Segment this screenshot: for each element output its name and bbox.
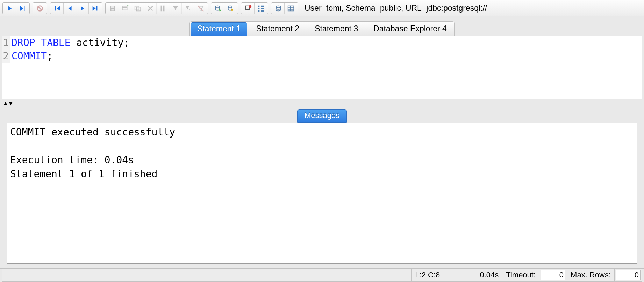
- editor-line[interactable]: 1DROP TABLE activity;: [2, 36, 642, 50]
- editor-line[interactable]: 2COMMIT;: [2, 50, 642, 63]
- svg-rect-6: [111, 6, 114, 8]
- svg-rect-7: [111, 9, 114, 10]
- splitter-handle[interactable]: ▲▼: [0, 99, 644, 108]
- run-group: [2, 2, 30, 14]
- clear-filter-button[interactable]: [194, 3, 207, 14]
- prev-row-button[interactable]: [64, 3, 76, 14]
- table-view-button[interactable]: [285, 3, 297, 14]
- svg-rect-10: [135, 6, 139, 10]
- svg-rect-24: [258, 8, 260, 9]
- nav-group: [50, 2, 102, 14]
- commit-button[interactable]: [212, 3, 224, 14]
- tab-messages[interactable]: Messages: [297, 109, 347, 123]
- timeout-cell: [539, 269, 567, 282]
- next-row-button[interactable]: [76, 3, 89, 14]
- execution-time: 0.04s: [453, 269, 502, 282]
- cancel-group: [33, 2, 47, 14]
- svg-rect-0: [24, 6, 25, 11]
- maxrows-cell: [615, 269, 642, 282]
- show-db-tree-button[interactable]: [255, 3, 267, 14]
- view-group: [271, 2, 298, 14]
- messages-output: COMMIT executed successfully Execution t…: [7, 123, 637, 264]
- svg-rect-27: [261, 8, 264, 9]
- cancel-button[interactable]: [34, 3, 46, 14]
- messages-tab-row: Messages: [0, 108, 644, 123]
- tabs-row: Statement 1Statement 2Statement 3Databas…: [0, 16, 644, 36]
- svg-rect-11: [136, 7, 141, 11]
- svg-rect-25: [258, 10, 260, 12]
- filter-button[interactable]: [169, 3, 182, 14]
- status-spacer: [2, 269, 412, 282]
- messages-wrapper: COMMIT executed successfully Execution t…: [0, 123, 644, 268]
- svg-rect-14: [160, 5, 162, 11]
- sql-editor[interactable]: 1DROP TABLE activity;2COMMIT;: [2, 36, 642, 99]
- svg-rect-30: [288, 6, 294, 11]
- execute-button[interactable]: [3, 3, 16, 14]
- splitter-icon: ▲▼: [2, 102, 13, 105]
- tab-statement-2[interactable]: Statement 2: [249, 22, 306, 36]
- content-area: Statement 1Statement 2Statement 3Databas…: [0, 16, 644, 268]
- filter-dropdown-button[interactable]: [182, 3, 194, 14]
- first-row-button[interactable]: [51, 3, 64, 14]
- svg-point-29: [276, 6, 280, 8]
- svg-point-18: [215, 6, 219, 8]
- tx-group: [211, 2, 238, 14]
- gutter-line-number: 1: [2, 36, 10, 50]
- database-view-button[interactable]: [272, 3, 285, 14]
- tab-database-explorer-4[interactable]: Database Explorer 4: [367, 22, 453, 36]
- save-button[interactable]: [106, 3, 119, 14]
- timeout-input[interactable]: [541, 270, 565, 280]
- edit-group: [105, 2, 208, 14]
- status-bar: L:2 C:8 0.04s Timeout: Max. Rows:: [0, 268, 644, 282]
- tab-statement-1[interactable]: Statement 1: [191, 22, 247, 36]
- cursor-position: L:2 C:8: [412, 269, 453, 282]
- select-columns-button[interactable]: [157, 3, 169, 14]
- timeout-label: Timeout:: [502, 269, 539, 282]
- add-row-button[interactable]: [119, 3, 131, 14]
- delete-row-button[interactable]: [144, 3, 157, 14]
- code-text[interactable]: DROP TABLE activity;: [10, 36, 129, 50]
- toolbar: ! User=tomi, Schema=public, URL=jdbc:pos…: [0, 0, 644, 16]
- tools-group: !: [241, 2, 268, 14]
- tab-statement-3[interactable]: Statement 3: [308, 22, 365, 36]
- svg-point-20: [228, 6, 232, 8]
- svg-rect-8: [122, 6, 127, 10]
- rollback-button[interactable]: [224, 3, 237, 14]
- duplicate-row-button[interactable]: [131, 3, 144, 14]
- svg-rect-26: [261, 5, 264, 7]
- gutter-line-number: 2: [2, 50, 10, 63]
- maxrows-input[interactable]: [616, 270, 641, 280]
- svg-rect-28: [261, 10, 264, 12]
- tabs: Statement 1Statement 2Statement 3Databas…: [189, 21, 455, 36]
- stop-on-error-button[interactable]: !: [242, 3, 255, 14]
- svg-line-2: [38, 7, 41, 10]
- svg-rect-4: [96, 6, 98, 10]
- execute-current-button[interactable]: [16, 3, 29, 14]
- code-text[interactable]: COMMIT;: [10, 50, 53, 63]
- svg-rect-23: [258, 5, 260, 7]
- svg-rect-16: [164, 5, 165, 11]
- svg-rect-3: [55, 6, 56, 10]
- maxrows-label: Max. Rows:: [567, 269, 615, 282]
- svg-rect-15: [163, 5, 164, 11]
- last-row-button[interactable]: [89, 3, 101, 14]
- connection-string: User=tomi, Schema=public, URL=jdbc:postg…: [301, 3, 642, 13]
